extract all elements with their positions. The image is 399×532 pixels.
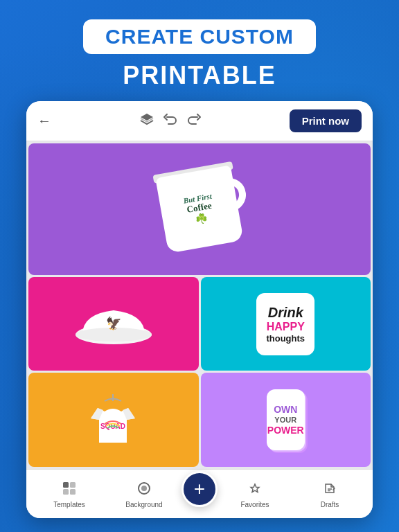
print-now-button[interactable]: Print now (290, 109, 362, 132)
svg-rect-6 (70, 482, 76, 488)
can-text-drink: Drink (268, 305, 303, 321)
undo-icon[interactable] (163, 112, 178, 130)
header-subtitle: PRINTABLE (123, 61, 276, 90)
panel-cap[interactable]: 🦅 (28, 277, 199, 371)
phone-text-own: OWN (267, 404, 304, 416)
shirt-illustration: SQUAD (84, 391, 143, 450)
favorites-icon (248, 481, 262, 499)
drafts-icon (323, 481, 337, 499)
panel-mug[interactable]: But First Coffee ☘️ (28, 143, 371, 275)
middle-row: 🦅 Drink HAPPY thoughts (28, 277, 371, 371)
toolbar-actions (60, 112, 281, 130)
drafts-label: Drafts (321, 501, 339, 508)
add-button[interactable]: + (181, 471, 218, 507)
mug-illustration: But First Coffee ☘️ (144, 157, 255, 262)
header-title-box: CREATE CUSTOM (83, 19, 316, 54)
can-text-happy: HAPPY (267, 321, 305, 333)
bottom-nav: Templates Background + Favor (26, 469, 373, 518)
svg-rect-5 (63, 482, 69, 488)
favorites-label: Favorites (240, 501, 269, 508)
top-bar: ← (26, 101, 373, 141)
nav-item-favorites[interactable]: Favorites (218, 481, 292, 508)
svg-text:🦅: 🦅 (106, 316, 122, 331)
can-text-thoughts: thoughts (266, 333, 305, 344)
panel-shirt[interactable]: SQUAD (28, 373, 199, 467)
layers-icon[interactable] (139, 112, 154, 130)
phone-text-power: POWER (267, 425, 304, 436)
svg-rect-8 (70, 489, 76, 495)
panel-can[interactable]: Drink HAPPY thoughts (201, 277, 371, 371)
templates-label: Templates (53, 501, 85, 508)
background-label: Background (125, 501, 162, 508)
back-button[interactable]: ← (37, 113, 51, 129)
bottom-row: SQUAD OWN (28, 373, 371, 467)
nav-item-templates[interactable]: Templates (32, 481, 107, 508)
background-icon (137, 481, 151, 499)
header-title-line1: CREATE CUSTOM (105, 25, 294, 48)
app-frame: ← (26, 101, 373, 518)
canvas-area: But First Coffee ☘️ (26, 141, 373, 469)
redo-icon[interactable] (186, 112, 202, 130)
nav-item-drafts[interactable]: Drafts (292, 481, 367, 508)
cap-illustration: 🦅 (72, 296, 155, 352)
page-content: CREATE CUSTOM PRINTABLE ← (0, 0, 399, 532)
panel-phone[interactable]: OWN YOUR POWER (201, 373, 371, 467)
templates-icon (62, 481, 76, 499)
svg-rect-7 (63, 489, 69, 495)
phone-text-your: YOUR (267, 416, 304, 425)
svg-point-10 (141, 486, 147, 491)
nav-item-background[interactable]: Background (107, 481, 181, 508)
